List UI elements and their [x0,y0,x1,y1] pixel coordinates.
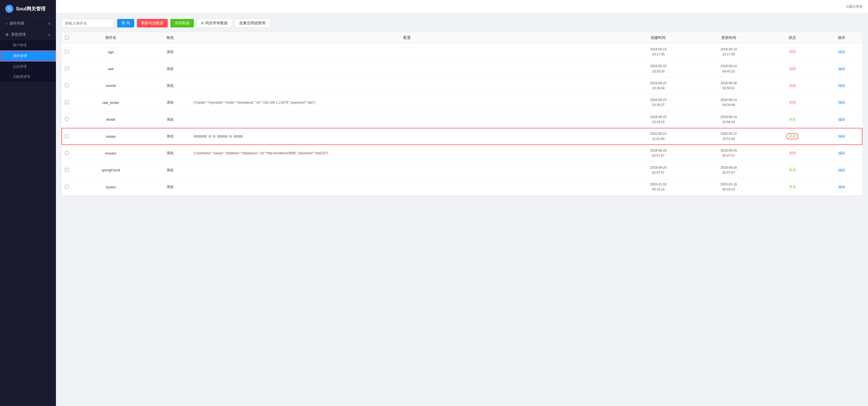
sidebar-item-plugin-mgmt[interactable]: 插件管理 [0,50,56,61]
plugin-status[interactable]: 关闭 [764,44,821,60]
search-input[interactable] [61,19,115,27]
plugin-role: 系统 [149,128,191,145]
row-checkbox[interactable] [65,117,69,121]
plugin-role: 系统 [149,77,191,94]
status-badge[interactable]: 开启 [789,168,796,172]
create-time: 2020-05-2311:01:00 [623,128,693,145]
sidebar-item-plugin-list[interactable]: ○ 插件列表 ∨ [0,18,56,29]
logo-icon: S [5,5,13,13]
sidebar-item-system-mgmt[interactable]: ⚙ 系统管理 ∧ [0,29,56,40]
edit-button[interactable]: 编辑 [838,50,845,54]
header-role: 角色 [149,32,191,44]
update-time: 2018-06-1404:34:48 [693,94,764,111]
update-time: 2018-06-2602:47:57 [693,162,764,178]
batch-button[interactable]: 批量启用或禁用 [235,19,270,28]
system-submenu: 用户管理 插件管理 认证管理 元数据管理 [0,40,56,82]
plugin-action[interactable]: 编辑 [821,179,862,196]
plugin-status[interactable]: 开启 [764,162,821,178]
edit-button[interactable]: 编辑 [838,168,845,172]
create-time: 2020-01-1600:19:10 [623,179,693,196]
content-area: 查 询 删除勾选数据 添加数据 ↻ 同步所有数据 批量启用或禁用 插件名 角色 … [56,13,868,406]
plugin-config [191,128,623,145]
plugin-action[interactable]: 编辑 [821,60,862,77]
plugin-action[interactable]: 编辑 [821,111,862,128]
plugin-config [191,162,623,178]
plugin-status[interactable]: 关闭 [764,94,821,111]
status-badge[interactable]: 开启 [789,185,796,189]
plugin-name: dubbo [72,128,149,145]
edit-button[interactable]: 编辑 [838,134,845,138]
plugin-action[interactable]: 编辑 [821,44,862,60]
sidebar-item-user-mgmt[interactable]: 用户管理 [0,40,56,50]
edit-button[interactable]: 编辑 [838,151,845,155]
sidebar-logo: S Soul网关管理 [0,0,56,18]
table-row: rewrite系统2018-06-2323:26:342018-06-2602:… [62,77,862,94]
system-mgmt-icon: ⚙ [5,32,9,37]
status-badge[interactable]: 关闭 [789,151,796,155]
plugin-config [191,77,623,94]
plugin-name: hystrix [72,179,149,196]
plugin-name: rewrite [72,77,149,94]
update-time: 2020-01-1600:19:10 [693,179,764,196]
edit-button[interactable]: 编辑 [838,100,845,105]
row-checkbox[interactable] [65,151,69,155]
row-checkbox[interactable] [65,168,69,172]
plugin-config [191,111,623,128]
edit-button[interactable]: 编辑 [838,84,845,88]
create-time: 2018-06-2323:26:30 [623,60,693,77]
plugin-status[interactable]: 开启 [764,111,821,128]
status-badge[interactable]: 关闭 [789,100,796,105]
plugin-status[interactable]: 关闭 [764,60,821,77]
header-action: 操作 [821,32,862,44]
select-all-checkbox[interactable] [65,36,69,39]
create-time: 2018-06-2323:26:37 [623,94,693,111]
sync-button[interactable]: ↻ 同步所有数据 [196,19,232,28]
plugin-status[interactable]: 关闭 [764,145,821,162]
plugin-action[interactable]: 编辑 [821,94,862,111]
plugin-action[interactable]: 编辑 [821,77,862,94]
edit-button[interactable]: 编辑 [838,185,845,189]
update-time: 2018-06-2602:47:57 [693,145,764,162]
search-button[interactable]: 查 询 [117,19,134,27]
plugin-status[interactable]: 关闭 [764,77,821,94]
plugin-status[interactable]: 开启 [764,179,821,196]
plugin-config [191,179,623,196]
row-checkbox-cell [62,145,72,162]
status-badge[interactable]: 开启 [789,117,796,121]
status-badge[interactable]: 关闭 [789,67,796,71]
logout-button[interactable]: G退出登录 [846,4,863,9]
row-checkbox[interactable] [65,134,69,138]
table-row: dubbo系统 2020-05-2311:01:002020-05-2222:0… [62,128,862,145]
status-badge[interactable]: 开启 [786,133,799,139]
sidebar-item-meta-mgmt[interactable]: 元数据管理 [0,72,56,82]
plugin-status[interactable]: 开启 [764,128,821,145]
row-checkbox[interactable] [65,67,69,70]
plugin-config [191,60,623,77]
plugin-action[interactable]: 编辑 [821,162,862,178]
delete-button[interactable]: 删除勾选数据 [137,19,168,27]
row-checkbox-cell [62,162,72,178]
row-checkbox[interactable] [65,83,69,87]
edit-button[interactable]: 编辑 [838,117,845,121]
status-badge[interactable]: 关闭 [789,50,796,54]
plugin-role: 系统 [149,60,191,77]
row-checkbox-cell [62,179,72,196]
row-checkbox[interactable] [65,50,69,54]
create-time: 2018-06-2602:47:57 [623,145,693,162]
add-button[interactable]: 添加数据 [170,19,194,27]
plugin-config [191,44,623,60]
table-row: sign系统2018-06-1423:17:352018-06-1423:17:… [62,44,862,60]
sidebar-item-auth-mgmt[interactable]: 认证管理 [0,61,56,72]
row-checkbox[interactable] [65,185,69,188]
table-row: springCloud系统2018-06-2602:47:572018-06-2… [62,162,862,178]
row-checkbox-cell [62,128,72,145]
plugin-action[interactable]: 编辑 [821,128,862,145]
row-checkbox[interactable] [65,100,69,104]
table-row: hystrix系统2020-01-1600:19:102020-01-1600:… [62,179,862,196]
system-mgmt-label: 系统管理 [11,32,26,37]
edit-button[interactable]: 编辑 [838,67,845,71]
plugin-action[interactable]: 编辑 [821,145,862,162]
update-time: 2020-05-2222:01:00 [693,128,764,145]
status-badge[interactable]: 关闭 [789,84,796,88]
table-header-row: 插件名 角色 配置 创建时间 更新时间 状态 操作 [62,32,862,44]
